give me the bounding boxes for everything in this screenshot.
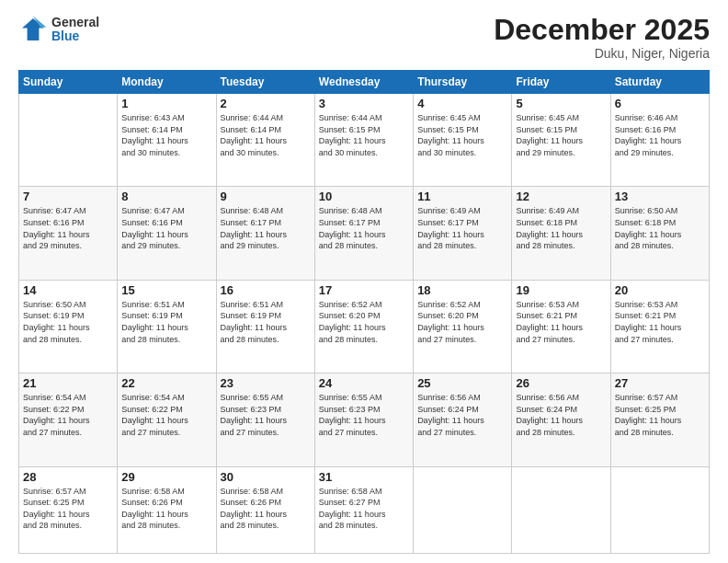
- day-info: Sunrise: 6:49 AM Sunset: 6:18 PM Dayligh…: [516, 205, 606, 251]
- day-info: Sunrise: 6:44 AM Sunset: 6:15 PM Dayligh…: [319, 112, 409, 158]
- logo-icon: [18, 15, 48, 44]
- day-number: 16: [221, 283, 311, 297]
- calendar-table: Sunday Monday Tuesday Wednesday Thursday…: [18, 70, 710, 554]
- table-row: 24Sunrise: 6:55 AM Sunset: 6:23 PM Dayli…: [314, 373, 413, 466]
- month-title: December 2025: [494, 15, 710, 44]
- day-number: 31: [319, 470, 409, 484]
- table-row: 7Sunrise: 6:47 AM Sunset: 6:16 PM Daylig…: [19, 187, 118, 280]
- day-number: 15: [121, 283, 211, 297]
- table-row: 11Sunrise: 6:49 AM Sunset: 6:17 PM Dayli…: [414, 187, 512, 280]
- day-info: Sunrise: 6:55 AM Sunset: 6:23 PM Dayligh…: [319, 392, 409, 438]
- day-info: Sunrise: 6:47 AM Sunset: 6:16 PM Dayligh…: [121, 205, 211, 251]
- day-number: 3: [319, 97, 409, 110]
- day-number: 11: [417, 190, 507, 203]
- day-info: Sunrise: 6:54 AM Sunset: 6:22 PM Dayligh…: [23, 392, 113, 438]
- day-info: Sunrise: 6:52 AM Sunset: 6:20 PM Dayligh…: [319, 299, 409, 345]
- day-number: 27: [615, 376, 705, 390]
- day-number: 1: [121, 97, 211, 110]
- day-number: 17: [319, 283, 409, 297]
- day-number: 13: [615, 190, 705, 203]
- table-row: 16Sunrise: 6:51 AM Sunset: 6:19 PM Dayli…: [216, 280, 314, 373]
- logo-blue-text: Blue: [51, 29, 99, 43]
- day-number: 30: [221, 470, 311, 484]
- table-row: [19, 94, 118, 187]
- col-sunday: Sunday: [19, 71, 118, 94]
- day-info: Sunrise: 6:53 AM Sunset: 6:21 PM Dayligh…: [516, 299, 606, 345]
- day-number: 7: [23, 190, 113, 203]
- day-number: 25: [417, 376, 507, 390]
- day-number: 28: [23, 470, 113, 484]
- table-row: 26Sunrise: 6:56 AM Sunset: 6:24 PM Dayli…: [512, 373, 610, 466]
- table-row: 4Sunrise: 6:45 AM Sunset: 6:15 PM Daylig…: [414, 94, 512, 187]
- table-row: 6Sunrise: 6:46 AM Sunset: 6:16 PM Daylig…: [610, 94, 709, 187]
- table-row: 14Sunrise: 6:50 AM Sunset: 6:19 PM Dayli…: [19, 280, 118, 373]
- day-info: Sunrise: 6:43 AM Sunset: 6:14 PM Dayligh…: [121, 112, 211, 158]
- day-info: Sunrise: 6:55 AM Sunset: 6:23 PM Dayligh…: [221, 392, 311, 438]
- day-number: 14: [23, 283, 113, 297]
- table-row: 30Sunrise: 6:58 AM Sunset: 6:26 PM Dayli…: [216, 466, 314, 553]
- table-row: 15Sunrise: 6:51 AM Sunset: 6:19 PM Dayli…: [118, 280, 216, 373]
- col-wednesday: Wednesday: [314, 71, 413, 94]
- table-row: 10Sunrise: 6:48 AM Sunset: 6:17 PM Dayli…: [314, 187, 413, 280]
- table-row: 3Sunrise: 6:44 AM Sunset: 6:15 PM Daylig…: [314, 94, 413, 187]
- day-info: Sunrise: 6:54 AM Sunset: 6:22 PM Dayligh…: [121, 392, 211, 438]
- day-number: 18: [417, 283, 507, 297]
- logo-general-text: General: [51, 16, 99, 29]
- day-number: 19: [516, 283, 606, 297]
- table-row: [512, 466, 610, 553]
- day-number: 5: [516, 97, 606, 110]
- table-row: 8Sunrise: 6:47 AM Sunset: 6:16 PM Daylig…: [118, 187, 216, 280]
- table-row: 21Sunrise: 6:54 AM Sunset: 6:22 PM Dayli…: [19, 373, 118, 466]
- day-info: Sunrise: 6:58 AM Sunset: 6:26 PM Dayligh…: [121, 486, 211, 532]
- col-thursday: Thursday: [414, 71, 512, 94]
- day-info: Sunrise: 6:45 AM Sunset: 6:15 PM Dayligh…: [516, 112, 606, 158]
- day-info: Sunrise: 6:46 AM Sunset: 6:16 PM Dayligh…: [615, 112, 705, 158]
- day-number: 21: [23, 376, 113, 390]
- table-row: 25Sunrise: 6:56 AM Sunset: 6:24 PM Dayli…: [414, 373, 512, 466]
- day-info: Sunrise: 6:44 AM Sunset: 6:14 PM Dayligh…: [221, 112, 311, 158]
- table-row: 22Sunrise: 6:54 AM Sunset: 6:22 PM Dayli…: [118, 373, 216, 466]
- table-row: 20Sunrise: 6:53 AM Sunset: 6:21 PM Dayli…: [610, 280, 709, 373]
- day-info: Sunrise: 6:58 AM Sunset: 6:27 PM Dayligh…: [319, 486, 409, 532]
- day-info: Sunrise: 6:50 AM Sunset: 6:18 PM Dayligh…: [615, 205, 705, 251]
- logo: General Blue: [18, 15, 99, 44]
- col-friday: Friday: [512, 71, 610, 94]
- table-row: [610, 466, 709, 553]
- col-tuesday: Tuesday: [216, 71, 314, 94]
- day-info: Sunrise: 6:47 AM Sunset: 6:16 PM Dayligh…: [23, 205, 113, 251]
- day-number: 20: [615, 283, 705, 297]
- page: General Blue December 2025 Duku, Niger, …: [0, 0, 728, 563]
- day-number: 29: [121, 470, 211, 484]
- table-row: 5Sunrise: 6:45 AM Sunset: 6:15 PM Daylig…: [512, 94, 610, 187]
- table-row: 9Sunrise: 6:48 AM Sunset: 6:17 PM Daylig…: [216, 187, 314, 280]
- day-info: Sunrise: 6:51 AM Sunset: 6:19 PM Dayligh…: [121, 299, 211, 345]
- day-info: Sunrise: 6:56 AM Sunset: 6:24 PM Dayligh…: [516, 392, 606, 438]
- col-monday: Monday: [118, 71, 216, 94]
- svg-marker-0: [22, 18, 44, 40]
- day-number: 2: [221, 97, 311, 110]
- table-row: 28Sunrise: 6:57 AM Sunset: 6:25 PM Dayli…: [19, 466, 118, 553]
- table-row: 29Sunrise: 6:58 AM Sunset: 6:26 PM Dayli…: [118, 466, 216, 553]
- table-row: 23Sunrise: 6:55 AM Sunset: 6:23 PM Dayli…: [216, 373, 314, 466]
- day-info: Sunrise: 6:51 AM Sunset: 6:19 PM Dayligh…: [221, 299, 311, 345]
- table-row: 31Sunrise: 6:58 AM Sunset: 6:27 PM Dayli…: [314, 466, 413, 553]
- day-number: 23: [221, 376, 311, 390]
- day-info: Sunrise: 6:49 AM Sunset: 6:17 PM Dayligh…: [417, 205, 507, 251]
- day-number: 9: [221, 190, 311, 203]
- day-number: 10: [319, 190, 409, 203]
- table-row: 2Sunrise: 6:44 AM Sunset: 6:14 PM Daylig…: [216, 94, 314, 187]
- day-number: 8: [121, 190, 211, 203]
- table-row: 12Sunrise: 6:49 AM Sunset: 6:18 PM Dayli…: [512, 187, 610, 280]
- title-area: December 2025 Duku, Niger, Nigeria: [494, 15, 710, 61]
- day-info: Sunrise: 6:53 AM Sunset: 6:21 PM Dayligh…: [615, 299, 705, 345]
- day-number: 26: [516, 376, 606, 390]
- day-number: 12: [516, 190, 606, 203]
- day-info: Sunrise: 6:45 AM Sunset: 6:15 PM Dayligh…: [417, 112, 507, 158]
- table-row: 19Sunrise: 6:53 AM Sunset: 6:21 PM Dayli…: [512, 280, 610, 373]
- day-number: 24: [319, 376, 409, 390]
- day-info: Sunrise: 6:52 AM Sunset: 6:20 PM Dayligh…: [417, 299, 507, 345]
- table-row: 13Sunrise: 6:50 AM Sunset: 6:18 PM Dayli…: [610, 187, 709, 280]
- table-row: [414, 466, 512, 553]
- table-row: 18Sunrise: 6:52 AM Sunset: 6:20 PM Dayli…: [414, 280, 512, 373]
- day-info: Sunrise: 6:50 AM Sunset: 6:19 PM Dayligh…: [23, 299, 113, 345]
